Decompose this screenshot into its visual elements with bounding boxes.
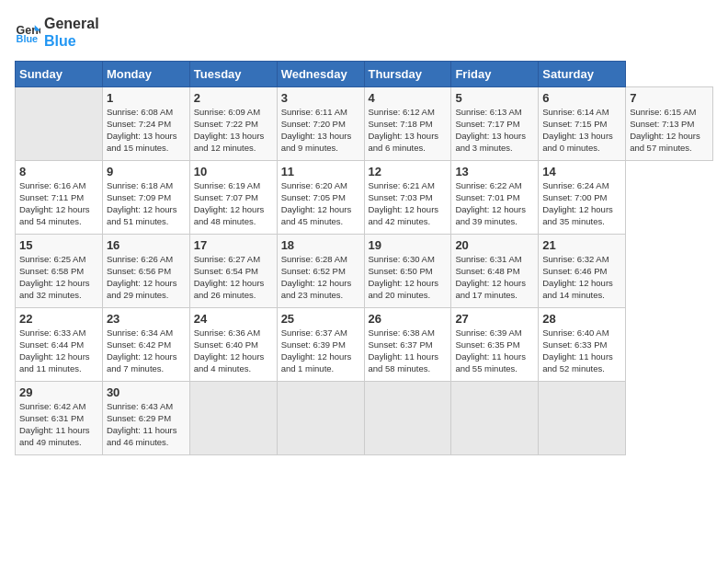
day-number: 28: [542, 312, 621, 326]
day-number: 19: [369, 238, 448, 252]
calendar-cell: 28 Sunrise: 6:40 AM Sunset: 6:33 PM Dayl…: [539, 308, 626, 382]
cell-sunset: Sunset: 6:29 PM: [107, 413, 171, 423]
cell-daylight: Daylight: 13 hours and 15 minutes.: [107, 131, 177, 153]
calendar-cell: 25 Sunrise: 6:37 AM Sunset: 6:39 PM Dayl…: [277, 308, 364, 382]
cell-sunset: Sunset: 6:52 PM: [281, 266, 346, 276]
cell-sunset: Sunset: 7:05 PM: [281, 192, 346, 202]
day-number: 11: [281, 165, 360, 178]
cell-sunset: Sunset: 6:58 PM: [19, 266, 84, 276]
cell-daylight: Daylight: 11 hours and 52 minutes.: [542, 351, 613, 373]
calendar-cell: [189, 382, 277, 455]
cell-sunset: Sunset: 7:20 PM: [281, 119, 346, 129]
cell-daylight: Daylight: 13 hours and 9 minutes.: [281, 131, 352, 153]
cell-sunset: Sunset: 6:44 PM: [19, 339, 84, 350]
day-number: 25: [281, 312, 360, 326]
cell-sunrise: Sunrise: 6:42 AM: [19, 401, 85, 411]
cell-sunset: Sunset: 7:07 PM: [194, 192, 258, 202]
cell-daylight: Daylight: 12 hours and 51 minutes.: [107, 204, 177, 226]
cell-sunset: Sunset: 7:00 PM: [542, 192, 607, 202]
cell-daylight: Daylight: 13 hours and 6 minutes.: [369, 131, 439, 153]
cell-sunset: Sunset: 7:15 PM: [542, 119, 607, 129]
cell-daylight: Daylight: 12 hours and 35 minutes.: [542, 204, 613, 226]
logo-blue: Blue: [44, 32, 99, 50]
cell-daylight: Daylight: 11 hours and 58 minutes.: [369, 351, 439, 373]
page-header: General Blue General Blue: [15, 15, 713, 50]
cell-sunrise: Sunrise: 6:21 AM: [369, 180, 435, 190]
cell-daylight: Daylight: 12 hours and 20 minutes.: [369, 278, 439, 300]
logo: General Blue General Blue: [15, 15, 99, 50]
day-number: 16: [107, 238, 186, 252]
day-number: 12: [369, 165, 448, 178]
cell-sunrise: Sunrise: 6:22 AM: [455, 180, 521, 190]
cell-daylight: Daylight: 11 hours and 49 minutes.: [19, 425, 90, 447]
calendar-cell: 2 Sunrise: 6:09 AM Sunset: 7:22 PM Dayli…: [189, 87, 277, 161]
cell-sunrise: Sunrise: 6:11 AM: [281, 107, 347, 117]
calendar-cell: 4 Sunrise: 6:12 AM Sunset: 7:18 PM Dayli…: [364, 87, 451, 161]
day-number: 26: [369, 312, 448, 326]
cell-sunrise: Sunrise: 6:20 AM: [281, 180, 347, 190]
calendar-week-3: 15 Sunrise: 6:25 AM Sunset: 6:58 PM Dayl…: [16, 235, 713, 308]
day-number: 17: [194, 238, 273, 252]
cell-sunset: Sunset: 6:31 PM: [19, 413, 84, 423]
day-number: 3: [281, 91, 360, 105]
cell-sunset: Sunset: 7:17 PM: [455, 119, 519, 129]
calendar-cell: 27 Sunrise: 6:39 AM Sunset: 6:35 PM Dayl…: [451, 308, 539, 382]
cell-sunset: Sunset: 6:39 PM: [281, 339, 346, 350]
calendar-cell: 13 Sunrise: 6:22 AM Sunset: 7:01 PM Dayl…: [451, 161, 539, 235]
weekday-header-sunday: Sunday: [16, 62, 103, 87]
calendar-cell: 8 Sunrise: 6:16 AM Sunset: 7:11 PM Dayli…: [16, 161, 103, 235]
cell-sunset: Sunset: 7:11 PM: [19, 192, 84, 202]
cell-sunrise: Sunrise: 6:27 AM: [194, 254, 260, 264]
cell-daylight: Daylight: 12 hours and 1 minute.: [281, 351, 352, 373]
weekday-header-saturday: Saturday: [539, 62, 626, 87]
day-number: 2: [194, 91, 273, 105]
calendar-cell: 18 Sunrise: 6:28 AM Sunset: 6:52 PM Dayl…: [277, 235, 364, 308]
cell-daylight: Daylight: 13 hours and 0 minutes.: [542, 131, 613, 153]
day-number: 15: [19, 238, 98, 252]
calendar-cell: 17 Sunrise: 6:27 AM Sunset: 6:54 PM Dayl…: [189, 235, 277, 308]
calendar-cell: 16 Sunrise: 6:26 AM Sunset: 6:56 PM Dayl…: [102, 235, 189, 308]
cell-sunset: Sunset: 6:50 PM: [369, 266, 433, 276]
cell-sunrise: Sunrise: 6:32 AM: [542, 254, 609, 264]
cell-daylight: Daylight: 12 hours and 11 minutes.: [19, 351, 90, 373]
cell-daylight: Daylight: 12 hours and 23 minutes.: [281, 278, 352, 300]
calendar-cell: 20 Sunrise: 6:31 AM Sunset: 6:48 PM Dayl…: [451, 235, 539, 308]
cell-sunrise: Sunrise: 6:09 AM: [194, 107, 260, 117]
day-number: 10: [194, 165, 273, 178]
calendar-cell: [16, 87, 103, 161]
calendar-cell: 21 Sunrise: 6:32 AM Sunset: 6:46 PM Dayl…: [539, 235, 626, 308]
cell-sunrise: Sunrise: 6:14 AM: [542, 107, 609, 117]
calendar-cell: 11 Sunrise: 6:20 AM Sunset: 7:05 PM Dayl…: [277, 161, 364, 235]
cell-sunset: Sunset: 6:40 PM: [194, 339, 258, 350]
cell-daylight: Daylight: 12 hours and 42 minutes.: [369, 204, 439, 226]
calendar-cell: 26 Sunrise: 6:38 AM Sunset: 6:37 PM Dayl…: [364, 308, 451, 382]
cell-sunset: Sunset: 6:37 PM: [369, 339, 433, 350]
calendar-cell: 30 Sunrise: 6:43 AM Sunset: 6:29 PM Dayl…: [102, 382, 189, 455]
cell-daylight: Daylight: 12 hours and 39 minutes.: [455, 204, 526, 226]
svg-text:Blue: Blue: [17, 33, 39, 44]
day-number: 8: [19, 165, 98, 178]
cell-daylight: Daylight: 12 hours and 4 minutes.: [194, 351, 265, 373]
day-number: 14: [542, 165, 621, 178]
cell-sunrise: Sunrise: 6:16 AM: [19, 180, 85, 190]
calendar-cell: 10 Sunrise: 6:19 AM Sunset: 7:07 PM Dayl…: [189, 161, 277, 235]
calendar-body: 1 Sunrise: 6:08 AM Sunset: 7:24 PM Dayli…: [16, 87, 713, 455]
cell-sunrise: Sunrise: 6:18 AM: [107, 180, 173, 190]
cell-sunrise: Sunrise: 6:36 AM: [194, 327, 260, 338]
cell-daylight: Daylight: 12 hours and 57 minutes.: [630, 131, 700, 153]
cell-sunrise: Sunrise: 6:25 AM: [19, 254, 85, 264]
cell-sunrise: Sunrise: 6:26 AM: [107, 254, 173, 264]
cell-sunrise: Sunrise: 6:24 AM: [542, 180, 609, 190]
cell-sunrise: Sunrise: 6:40 AM: [542, 327, 609, 338]
calendar-cell: 22 Sunrise: 6:33 AM Sunset: 6:44 PM Dayl…: [16, 308, 103, 382]
cell-sunrise: Sunrise: 6:28 AM: [281, 254, 347, 264]
cell-sunrise: Sunrise: 6:37 AM: [281, 327, 347, 338]
cell-sunset: Sunset: 6:54 PM: [194, 266, 258, 276]
weekday-header-tuesday: Tuesday: [189, 62, 277, 87]
cell-sunrise: Sunrise: 6:30 AM: [369, 254, 435, 264]
calendar-cell: 23 Sunrise: 6:34 AM Sunset: 6:42 PM Dayl…: [102, 308, 189, 382]
day-number: 18: [281, 238, 360, 252]
cell-sunrise: Sunrise: 6:13 AM: [455, 107, 521, 117]
weekday-header-wednesday: Wednesday: [277, 62, 364, 87]
cell-sunset: Sunset: 7:22 PM: [194, 119, 258, 129]
